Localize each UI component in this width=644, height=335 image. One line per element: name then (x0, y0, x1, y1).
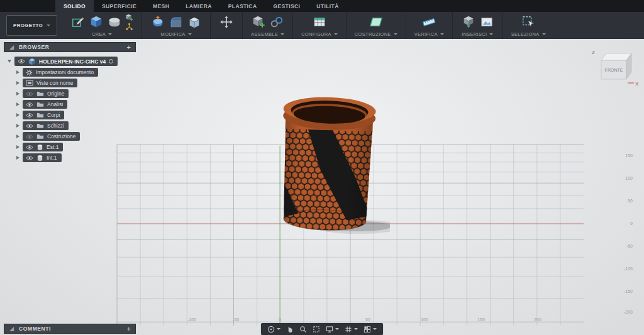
orbit-button[interactable] (267, 326, 280, 333)
expand-arrow-icon[interactable] (16, 145, 19, 149)
expand-arrow-icon[interactable] (8, 60, 11, 63)
group-label: MODIFICA (161, 31, 186, 37)
group-dropdown-modifica[interactable]: MODIFICA (161, 31, 192, 37)
display-settings-button[interactable] (326, 326, 339, 333)
measure-icon[interactable] (421, 14, 436, 30)
tab-lamiera[interactable]: LAMIERA (177, 0, 220, 12)
eye-icon[interactable] (26, 123, 33, 129)
activate-component-radio[interactable] (109, 59, 113, 63)
expand-arrow-icon[interactable] (16, 135, 19, 138)
group-dropdown-configura[interactable]: CONFIGURA (301, 31, 338, 37)
browser-row[interactable]: Origine (16, 89, 69, 98)
tab-solido[interactable]: SOLIDO (55, 0, 94, 12)
select-icon[interactable] (521, 14, 536, 30)
eye-icon[interactable] (26, 155, 33, 161)
expand-arrow-icon[interactable] (16, 102, 19, 106)
expand-arrow-icon[interactable] (16, 81, 19, 85)
toolbar-group-seleziona: SELEZIONA (503, 12, 554, 39)
panel-collapse-icon[interactable] (9, 45, 14, 50)
root-component-label[interactable]: HOLDERPEN-INC-CIRC v4 (39, 58, 106, 65)
3d-viewport[interactable]: 150 100 50 0 -50 -100 -150 -200 -100 -50… (0, 39, 644, 335)
construction-plane-icon[interactable] (369, 14, 384, 30)
tab-gestisci[interactable]: GESTISCI (265, 0, 308, 12)
view-cube[interactable]: Z FRONTE X (589, 47, 639, 88)
fillet-icon[interactable] (169, 14, 184, 30)
browser-item-label[interactable]: Viste con nome (36, 80, 73, 86)
group-dropdown-assemble[interactable]: ASSEMBLE (251, 31, 284, 37)
browser-item-label[interactable]: Origine (47, 91, 64, 97)
browser-row[interactable]: Corpi (16, 111, 64, 119)
browser-panel-header[interactable]: BROWSER + (4, 42, 136, 52)
browser-item-label[interactable]: Int:1 (47, 155, 57, 161)
create-sketch-icon[interactable] (70, 14, 86, 30)
tab-superficie[interactable]: SUPERFICIE (94, 0, 145, 12)
body-icon (36, 155, 43, 162)
viewcube-axis-x-label: X (635, 81, 639, 87)
browser-item-label[interactable]: Corpi (47, 112, 60, 118)
group-dropdown-inserisci[interactable]: INSERISCI (462, 31, 493, 37)
group-dropdown-verifica[interactable]: VERIFICA (414, 31, 444, 37)
browser-item-label[interactable]: Analisi (47, 101, 63, 107)
fit-button[interactable] (313, 326, 320, 333)
browser-row[interactable]: Analisi (16, 100, 67, 109)
viewports-button[interactable] (364, 326, 377, 333)
browser-item-label[interactable]: Impostazioni documento (36, 69, 94, 75)
eye-icon[interactable] (26, 145, 33, 150)
chevron-down-icon (440, 33, 444, 35)
browser-row[interactable]: Costruzione (16, 132, 80, 141)
expand-arrow-icon[interactable] (16, 124, 19, 128)
pattern-icon[interactable] (125, 23, 133, 31)
zoom-button[interactable] (299, 326, 307, 333)
shell-icon[interactable] (187, 14, 202, 30)
expand-arrow-icon[interactable] (16, 113, 19, 117)
group-dropdown-crea[interactable]: CREA (92, 31, 112, 37)
comments-panel-title: COMMENTI (19, 326, 51, 332)
browser-item-label[interactable]: Est:1 (47, 144, 58, 150)
chevron-down-icon (394, 33, 397, 35)
tab-plastica[interactable]: PLASTICA (220, 0, 265, 12)
group-dropdown-seleziona[interactable]: SELEZIONA (511, 31, 546, 37)
expand-arrow-icon[interactable] (16, 156, 19, 160)
new-component-icon[interactable] (251, 14, 266, 30)
extrude-icon[interactable] (89, 14, 104, 30)
revolve-icon[interactable] (107, 14, 122, 30)
comments-add-button[interactable]: + (127, 326, 131, 332)
browser-row[interactable]: Schizzi (16, 121, 69, 130)
project-button[interactable]: PROGETTO (6, 15, 57, 36)
viewcube-axis-z-label: Z (592, 50, 595, 55)
configure-table-icon[interactable] (312, 14, 327, 30)
insert-icon[interactable] (461, 14, 476, 30)
browser-row-root[interactable]: HOLDERPEN-INC-CIRC v4 (8, 57, 118, 66)
primitive-box-icon[interactable] (125, 13, 133, 21)
tab-utilita[interactable]: UTILITÀ (308, 0, 347, 12)
pan-button[interactable] (286, 326, 294, 333)
navigation-toolbar (261, 323, 383, 335)
group-dropdown-costruzione[interactable]: COSTRUZIONE (355, 31, 397, 37)
comments-panel-header[interactable]: COMMENTI + (4, 324, 136, 334)
project-button-label: PROGETTO (13, 23, 43, 28)
browser-row[interactable]: Int:1 (16, 153, 62, 162)
browser-add-button[interactable]: + (127, 44, 131, 51)
pen-holder-model[interactable] (270, 91, 390, 245)
expand-arrow-icon[interactable] (16, 92, 19, 96)
press-pull-icon[interactable] (150, 14, 165, 30)
expand-arrow-icon[interactable] (16, 70, 19, 74)
browser-row[interactable]: Impostazioni documento (16, 68, 98, 77)
move-icon[interactable] (219, 14, 234, 30)
joint-icon[interactable] (269, 14, 284, 30)
canvas-icon[interactable] (479, 14, 494, 30)
panel-collapse-icon[interactable] (9, 326, 14, 332)
eye-icon[interactable] (18, 58, 25, 64)
eye-off-icon[interactable] (26, 134, 33, 140)
chevron-down-icon (373, 328, 377, 330)
grid-settings-button[interactable] (345, 326, 358, 333)
browser-row[interactable]: Est:1 (16, 143, 63, 151)
eye-icon[interactable] (26, 102, 33, 107)
eye-off-icon[interactable] (26, 91, 33, 97)
eye-icon[interactable] (26, 113, 33, 118)
viewcube-top-face[interactable] (601, 53, 631, 60)
tab-mesh[interactable]: MESH (145, 0, 177, 12)
browser-item-label[interactable]: Schizzi (47, 123, 64, 129)
browser-row[interactable]: Viste con nome (16, 79, 77, 87)
browser-item-label[interactable]: Costruzione (47, 133, 75, 140)
